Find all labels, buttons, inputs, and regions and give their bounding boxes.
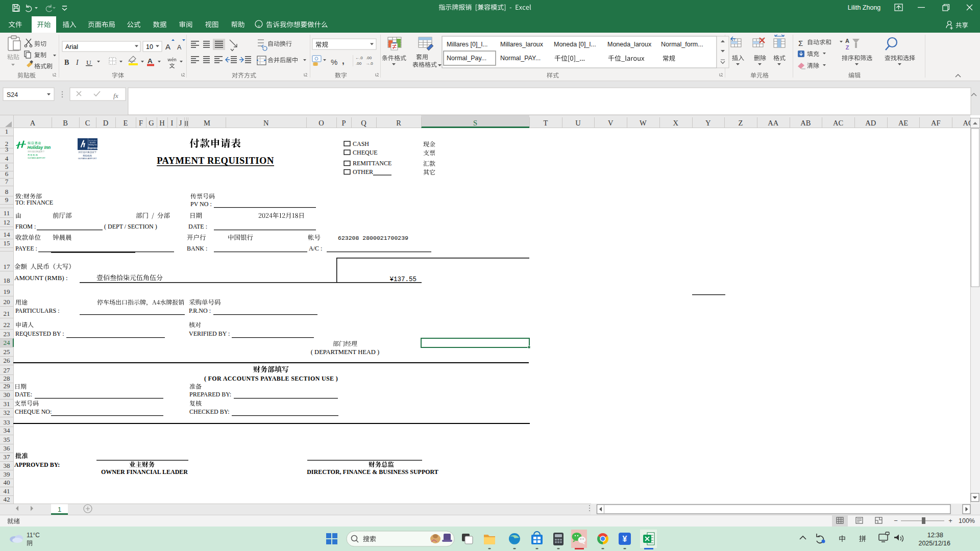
svg-text:40: 40 [4, 479, 10, 486]
svg-text:E: E [124, 119, 128, 127]
svg-text:M: M [204, 119, 210, 127]
svg-text:fx: fx [113, 92, 118, 99]
svg-text:F: F [139, 119, 143, 127]
svg-text:.00: .00 [366, 56, 372, 60]
svg-text:J: J [179, 119, 182, 127]
svg-text:1: 1 [5, 128, 9, 135]
svg-text:12: 12 [4, 218, 10, 226]
svg-text:28: 28 [4, 374, 10, 382]
svg-text:P.R.NO :: P.R.NO : [189, 307, 211, 314]
svg-text:19: 19 [4, 288, 10, 295]
svg-text:B: B [64, 59, 69, 66]
svg-text:CHEQUE NO:: CHEQUE NO: [15, 408, 52, 415]
svg-text:100%: 100% [959, 517, 975, 524]
svg-text:42: 42 [4, 495, 10, 503]
svg-text:41: 41 [4, 487, 10, 495]
svg-text:A: A [177, 44, 182, 51]
svg-text:%: % [331, 58, 337, 66]
svg-text:I: I [171, 119, 174, 127]
svg-text:Holiday Inn: Holiday Inn [28, 145, 51, 150]
svg-text:9: 9 [5, 196, 9, 204]
svg-text:N: N [263, 119, 269, 127]
svg-text:3: 3 [5, 145, 9, 153]
svg-text:H: H [159, 119, 165, 127]
svg-text:18: 18 [4, 277, 10, 284]
svg-text:Millares [0]_l...: Millares [0]_l... [447, 41, 488, 48]
svg-text:GUIYANG AIRPORT: GUIYANG AIRPORT [28, 157, 46, 159]
svg-text:10: 10 [146, 43, 153, 51]
svg-text:DATE :: DATE : [188, 223, 207, 230]
svg-text:PAYMENT REQUISITION: PAYMENT REQUISITION [157, 156, 274, 166]
svg-text:5: 5 [5, 163, 9, 170]
svg-text:Express: Express [87, 146, 97, 149]
svg-text:Moneda_laroux: Moneda_laroux [607, 41, 652, 48]
svg-text:Lilith Zhong: Lilith Zhong [848, 4, 881, 11]
svg-text:17: 17 [4, 263, 11, 270]
svg-text:8: 8 [5, 188, 9, 195]
svg-text:29: 29 [4, 382, 10, 390]
svg-text:.00: .00 [356, 61, 362, 66]
svg-text:A: A [165, 42, 170, 51]
svg-text:AF: AF [931, 119, 941, 127]
svg-text:20: 20 [4, 298, 10, 306]
svg-text:←.0: ←.0 [355, 56, 363, 60]
svg-text:CHEQUE: CHEQUE [353, 149, 378, 156]
svg-text:7: 7 [5, 178, 9, 185]
svg-text:27: 27 [4, 366, 11, 374]
svg-text:T: T [543, 119, 548, 127]
svg-text:U: U [86, 59, 91, 66]
svg-text:Z: Z [846, 44, 849, 51]
svg-text:DATE:: DATE: [15, 391, 32, 398]
svg-text:Normal_PAY...: Normal_PAY... [500, 55, 541, 62]
svg-text:R: R [396, 119, 401, 127]
svg-text:6: 6 [5, 170, 9, 178]
svg-text:37: 37 [4, 453, 11, 461]
svg-text:4: 4 [5, 155, 9, 162]
svg-text:GUIYANG AIRPORT: GUIYANG AIRPORT [78, 157, 97, 160]
svg-text:22: 22 [4, 321, 10, 329]
svg-text:AA: AA [768, 119, 778, 127]
svg-text:A: A [148, 57, 153, 65]
svg-text:AMOUNT (RMB) :: AMOUNT (RMB) : [14, 274, 68, 282]
svg-text:S24: S24 [7, 91, 18, 98]
svg-text:Z: Z [739, 119, 743, 127]
svg-text:15: 15 [4, 239, 10, 247]
svg-text:Q: Q [361, 119, 366, 127]
svg-text:39: 39 [4, 470, 10, 478]
svg-text:,: , [342, 56, 345, 66]
svg-text:REQUESTED BY :: REQUESTED BY : [15, 330, 64, 337]
svg-text:11: 11 [4, 209, 10, 217]
svg-text:( FOR ACCOUNTS PAYABLE SECTION: ( FOR ACCOUNTS PAYABLE SECTION USE ) [204, 375, 338, 382]
svg-text:→.0: →.0 [365, 61, 373, 66]
svg-text:B: B [63, 119, 68, 127]
svg-text:X: X [673, 119, 678, 127]
svg-text:PV NO :: PV NO : [190, 201, 212, 208]
svg-text:38: 38 [4, 462, 10, 469]
svg-text:¥137.55: ¥137.55 [389, 276, 416, 283]
svg-text:DIRECTOR, FINANCE & BUSINESS S: DIRECTOR, FINANCE & BUSINESS SUPPORT [307, 468, 438, 475]
svg-text:30: 30 [4, 391, 10, 398]
svg-text:W: W [640, 119, 647, 127]
svg-text:26: 26 [4, 357, 11, 364]
svg-text:C: C [85, 119, 90, 127]
svg-text:Y: Y [705, 119, 711, 127]
svg-text:S: S [473, 119, 477, 127]
svg-text:Holiday Inn: Holiday Inn [89, 144, 97, 146]
svg-text:35: 35 [4, 436, 10, 443]
svg-text:1: 1 [58, 506, 61, 513]
svg-text:PREPARED BY:: PREPARED BY: [189, 391, 231, 398]
svg-text:33: 33 [4, 418, 10, 426]
svg-text:Moneda [0]_l...: Moneda [0]_l... [554, 41, 596, 48]
svg-text:Arial: Arial [65, 43, 78, 51]
svg-text:AB: AB [800, 119, 811, 127]
svg-text:Σ: Σ [798, 39, 803, 47]
svg-text:A: A [845, 38, 849, 44]
svg-text:23: 23 [4, 330, 10, 338]
svg-text:34: 34 [4, 427, 11, 434]
svg-text:BANK :: BANK : [187, 245, 207, 252]
svg-text:( DEPARTMENT HEAD ): ( DEPARTMENT HEAD ) [311, 348, 379, 356]
svg-text:+: + [948, 517, 952, 524]
svg-text:Normal_Pay...: Normal_Pay... [447, 55, 486, 62]
svg-text:OWNER FINANCIAL LEADER: OWNER FINANCIAL LEADER [101, 468, 188, 475]
svg-text:FROM :: FROM : [15, 223, 36, 230]
